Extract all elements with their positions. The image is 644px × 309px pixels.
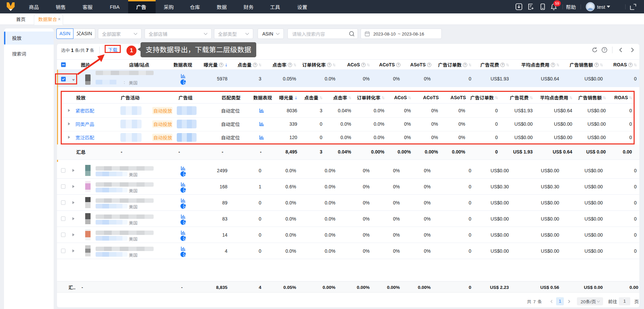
svg-text:?: ?: [603, 48, 605, 52]
